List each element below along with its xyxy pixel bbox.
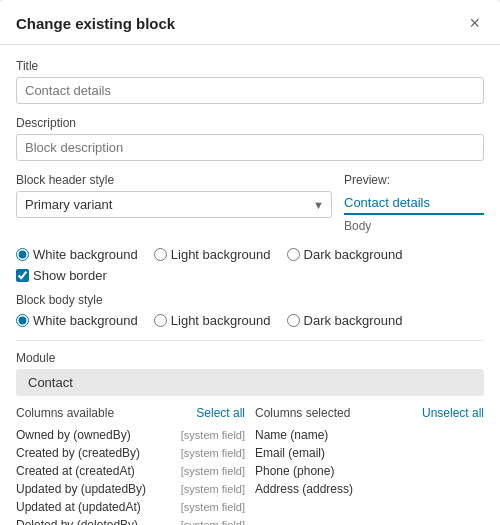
- preview-col: Preview: Contact details Body: [344, 173, 484, 237]
- title-label: Title: [16, 59, 484, 73]
- preview-label: Preview:: [344, 173, 484, 187]
- close-button[interactable]: ×: [465, 12, 484, 34]
- white-bg-header-label: White background: [33, 247, 138, 262]
- preview-box: Contact details Body: [344, 191, 484, 237]
- list-item[interactable]: Email (email): [255, 444, 484, 462]
- title-field-row: Title: [16, 59, 484, 104]
- description-field-row: Description: [16, 116, 484, 161]
- radio-light-bg-header[interactable]: Light background: [154, 247, 271, 262]
- list-item[interactable]: Deleted by (deletedBy)[system field]: [16, 516, 245, 525]
- white-bg-body-label: White background: [33, 313, 138, 328]
- list-item[interactable]: Updated at (updatedAt)[system field]: [16, 498, 245, 516]
- modal-body: Title Description Block header style Pri…: [0, 45, 500, 525]
- list-item[interactable]: Updated by (updatedBy)[system field]: [16, 480, 245, 498]
- body-bg-radio-group: White background Light background Dark b…: [16, 313, 484, 328]
- list-item[interactable]: Created at (createdAt)[system field]: [16, 462, 245, 480]
- dark-bg-body-label: Dark background: [304, 313, 403, 328]
- header-style-select-wrapper: Primary variant Secondary variant ▼: [16, 191, 332, 218]
- modal-header: Change existing block ×: [0, 0, 500, 45]
- list-item[interactable]: Created by (createdBy)[system field]: [16, 444, 245, 462]
- header-style-col: Block header style Primary variant Secon…: [16, 173, 332, 237]
- show-border-checkbox[interactable]: [16, 269, 29, 282]
- title-input[interactable]: [16, 77, 484, 104]
- module-label: Module: [16, 351, 484, 365]
- block-header-style-label: Block header style: [16, 173, 332, 187]
- list-item[interactable]: Address (address): [255, 480, 484, 498]
- show-border-checkbox-label[interactable]: Show border: [16, 268, 484, 283]
- columns-container: Columns available Select all Owned by (o…: [16, 406, 484, 525]
- modal-title: Change existing block: [16, 15, 175, 32]
- preview-body: Body: [344, 219, 484, 233]
- section-divider: [16, 340, 484, 341]
- header-style-preview-row: Block header style Primary variant Secon…: [16, 173, 484, 237]
- dark-bg-header-label: Dark background: [304, 247, 403, 262]
- radio-white-bg-body[interactable]: White background: [16, 313, 138, 328]
- description-input[interactable]: [16, 134, 484, 161]
- select-all-link[interactable]: Select all: [196, 406, 245, 420]
- modal-dialog: Change existing block × Title Descriptio…: [0, 0, 500, 525]
- columns-selected-header: Columns selected Unselect all: [255, 406, 484, 420]
- block-body-style-label: Block body style: [16, 293, 484, 307]
- columns-selected-label: Columns selected: [255, 406, 350, 420]
- light-bg-body-label: Light background: [171, 313, 271, 328]
- unselect-all-link[interactable]: Unselect all: [422, 406, 484, 420]
- light-bg-header-label: Light background: [171, 247, 271, 262]
- columns-selected-panel: Columns selected Unselect all Name (name…: [255, 406, 484, 525]
- module-tag: Contact: [16, 369, 484, 396]
- description-label: Description: [16, 116, 484, 130]
- list-item[interactable]: Owned by (ownedBy)[system field]: [16, 426, 245, 444]
- show-border-label: Show border: [33, 268, 107, 283]
- radio-dark-bg-body[interactable]: Dark background: [287, 313, 403, 328]
- columns-available-header: Columns available Select all: [16, 406, 245, 420]
- list-item[interactable]: Phone (phone): [255, 462, 484, 480]
- radio-dark-bg-header[interactable]: Dark background: [287, 247, 403, 262]
- header-style-select[interactable]: Primary variant Secondary variant: [16, 191, 332, 218]
- columns-available-panel: Columns available Select all Owned by (o…: [16, 406, 245, 525]
- radio-light-bg-body[interactable]: Light background: [154, 313, 271, 328]
- preview-title: Contact details: [344, 195, 484, 215]
- columns-available-label: Columns available: [16, 406, 114, 420]
- columns-available-list: Owned by (ownedBy)[system field] Created…: [16, 426, 245, 525]
- radio-white-bg-header[interactable]: White background: [16, 247, 138, 262]
- list-item[interactable]: Name (name): [255, 426, 484, 444]
- header-bg-radio-group: White background Light background Dark b…: [16, 247, 484, 262]
- columns-selected-list: Name (name) Email (email) Phone (phone) …: [255, 426, 484, 498]
